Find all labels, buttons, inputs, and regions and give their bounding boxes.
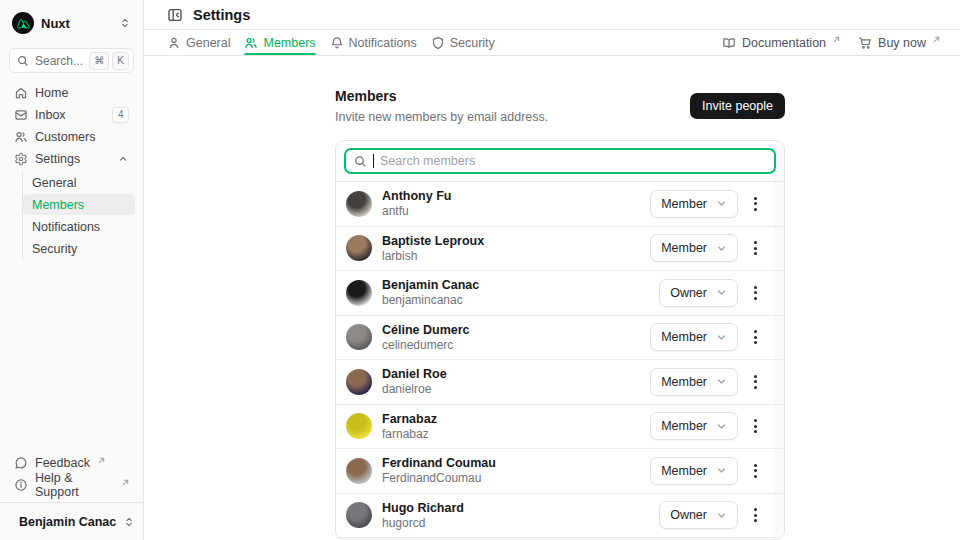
avatar [346,235,372,261]
member-actions: Member [650,457,760,485]
sidebar-item-members[interactable]: Members [23,194,135,215]
member-username: benjamincanac [382,294,479,306]
search-icon [354,155,367,168]
tab-general[interactable]: General [167,30,230,55]
role-select[interactable]: Member [650,368,738,396]
settings-gear-icon [14,152,28,166]
members-section-header: Members Invite new members by email addr… [335,88,785,124]
row-menu-button[interactable] [751,237,760,259]
chevron-down-icon [716,465,727,476]
tab-security[interactable]: Security [431,30,495,55]
help-support-link[interactable]: Help & Support [8,474,135,496]
avatar [346,413,372,439]
shield-icon [431,36,445,50]
member-identity: Céline Dumerccelinedumerc [382,324,470,351]
sidebar-item-settings[interactable]: Settings [8,148,135,169]
tab-members[interactable]: Members [244,30,315,55]
member-identity: Daniel Roedanielroe [382,368,447,395]
row-menu-button[interactable] [751,326,760,348]
tabs: General Members Notifications Security [167,30,495,55]
page-header: Settings [144,0,960,30]
member-name: Hugo Richard [382,502,464,515]
member-actions: Member [650,412,760,440]
role-value: Member [661,197,707,211]
member-username: hugorcd [382,517,464,529]
inbox-icon [14,108,28,122]
avatar [346,280,372,306]
chevron-down-icon [716,376,727,387]
footer-link-label: Feedback [35,456,90,470]
role-select[interactable]: Owner [659,501,738,529]
user-menu[interactable]: Benjamin Canac [8,503,135,534]
sidebar-item-label: Home [35,86,68,100]
member-identity: Farnabazfarnabaz [382,413,437,440]
member-row: Daniel RoedanielroeMember [336,360,784,405]
buy-now-link[interactable]: Buy now [858,36,940,50]
row-menu-button[interactable] [751,282,760,304]
member-name: Benjamin Canac [382,279,479,292]
workspace-switcher[interactable]: Nuxt [8,8,135,38]
row-menu-button[interactable] [751,504,760,526]
member-username: danielroe [382,383,447,395]
external-link-icon [98,457,105,464]
sidebar-item-label: Inbox [35,108,66,122]
customers-icon [14,130,28,144]
role-select[interactable]: Member [650,412,738,440]
role-select[interactable]: Member [650,457,738,485]
members-search-input[interactable]: Search members [344,148,776,174]
chevron-down-icon [716,332,727,343]
role-value: Owner [670,508,707,522]
members-list: Anthony FuantfuMemberBaptiste Leprouxlar… [336,182,784,538]
member-name: Baptiste Leproux [382,235,484,248]
members-search-placeholder: Search members [380,154,475,168]
sidebar-item-general[interactable]: General [23,172,135,193]
nuxt-logo-icon [12,12,34,34]
member-username: farnabaz [382,428,437,440]
tab-notifications[interactable]: Notifications [330,30,417,55]
link-label: Documentation [742,36,826,50]
avatar [346,502,372,528]
member-name: Daniel Roe [382,368,447,381]
row-menu-button[interactable] [751,415,760,437]
sidebar-item-inbox[interactable]: Inbox 4 [8,104,135,125]
sidebar-item-customers[interactable]: Customers [8,126,135,147]
tab-bar: General Members Notifications Security [144,30,960,56]
role-select[interactable]: Member [650,323,738,351]
member-actions: Owner [659,501,760,529]
invite-people-button[interactable]: Invite people [690,93,785,119]
member-actions: Member [650,368,760,396]
members-search-wrap: Search members [336,141,784,182]
chevron-down-icon [716,421,727,432]
member-username: FerdinandCoumau [382,472,496,484]
member-identity: Benjamin Canacbenjamincanac [382,279,479,306]
unfold-icon [123,516,135,528]
sidebar-collapse-icon[interactable] [167,7,183,23]
avatar [346,458,372,484]
workspace-name: Nuxt [41,16,70,31]
documentation-link[interactable]: Documentation [722,36,840,50]
sidebar-spacer [8,260,135,452]
member-identity: Anthony Fuantfu [382,190,451,217]
bell-icon [330,36,344,50]
main-area: Settings General Members Notifications [144,0,960,540]
role-select[interactable]: Member [650,234,738,262]
role-select[interactable]: Member [650,190,738,218]
member-username: larbish [382,250,484,262]
role-select[interactable]: Owner [659,279,738,307]
member-name: Ferdinand Coumau [382,457,496,470]
sidebar-search-input[interactable]: Search... ⌘ K [9,48,134,73]
unfold-icon [119,17,131,29]
sidebar-item-security[interactable]: Security [23,238,135,259]
search-icon [17,55,29,67]
row-menu-button[interactable] [751,460,760,482]
person-icon [167,36,181,50]
row-menu-button[interactable] [751,371,760,393]
sidebar-item-notifications[interactable]: Notifications [23,216,135,237]
role-value: Member [661,241,707,255]
chevron-down-icon [716,243,727,254]
sidebar-item-home[interactable]: Home [8,82,135,103]
search-kbd-shortcut: ⌘ K [89,52,129,70]
role-value: Member [661,375,707,389]
row-menu-button[interactable] [751,193,760,215]
search-placeholder: Search... [35,54,83,68]
